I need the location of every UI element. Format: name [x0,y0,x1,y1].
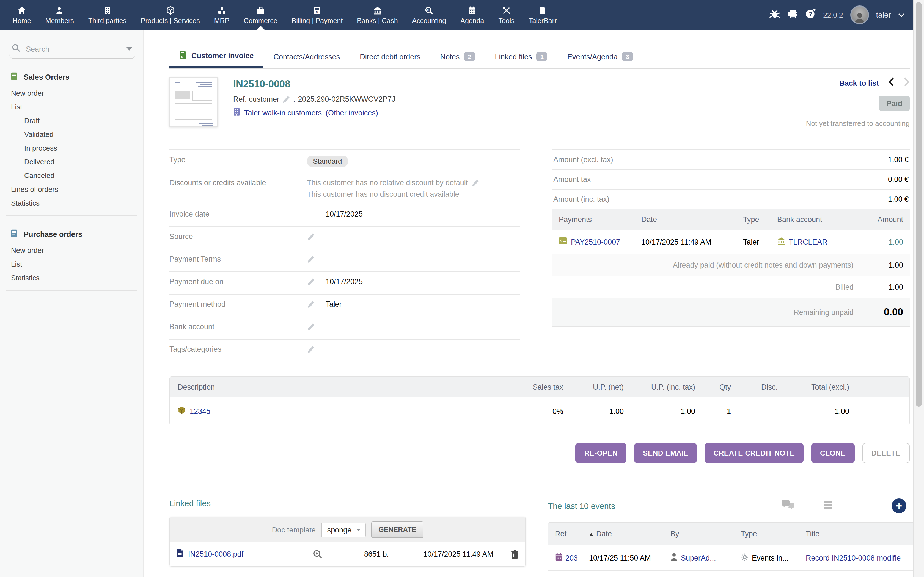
col-header[interactable]: Title [806,530,917,538]
clone-button[interactable]: CLONE [811,443,855,463]
document-thumbnail[interactable] [170,77,218,127]
nav-accounting[interactable]: $ Accounting [405,0,454,30]
bug-report-icon[interactable] [769,9,780,21]
line-up-inc: 1.00 [624,407,695,415]
nav-members[interactable]: Members [38,0,81,30]
edit-pencil-icon[interactable] [282,95,291,103]
tab-linked-files[interactable]: Linked files1 [485,46,557,68]
reopen-button[interactable]: RE-OPEN [575,443,627,463]
file-link[interactable]: IN2510-0008.pdf [188,550,243,558]
sidebar-item-draft[interactable]: Draft [9,114,135,127]
vertical-scrollbar[interactable] [913,0,924,577]
sidebar-item-po-list[interactable]: List [9,257,135,271]
edit-pencil-icon[interactable] [471,179,479,187]
add-event-icon[interactable]: + [892,498,906,513]
other-invoices-link[interactable]: (Other invoices) [326,108,378,117]
tab-customer-invoice[interactable]: $ Customer invoice [170,44,264,68]
tab-events-agenda[interactable]: Events/Agenda3 [557,46,643,68]
svg-text:$: $ [181,55,183,59]
edit-pencil-icon[interactable] [307,300,315,308]
list-view-icon[interactable] [824,500,836,511]
sidebar-item-po-new-order[interactable]: New order [9,243,135,257]
help-icon[interactable]: ? [805,8,816,21]
sidebar-item-canceled[interactable]: Canceled [9,169,135,182]
pdf-file-icon [176,549,184,559]
company-link[interactable]: Taler walk-in customers [244,108,322,117]
nav-banks-cash[interactable]: Banks | Cash [350,0,405,30]
send-email-button[interactable]: SEND EMAIL [634,443,697,463]
event-title-link[interactable]: Record IN2510-0008 modifie [806,554,917,562]
event-row: 203 10/17/25 11:50 AM SuperAd... Events … [548,545,924,571]
search-input[interactable] [25,44,122,53]
nav-third-parties[interactable]: Third parties [81,0,134,30]
col-header: Amount [850,215,903,224]
tab-direct-debit-orders[interactable]: Direct debit orders [350,47,430,68]
sidebar-item-list[interactable]: List [9,100,135,114]
edit-pencil-icon[interactable] [307,232,315,241]
top-menu-bar: Home Members Third parties Products | Se… [0,0,914,30]
nav-commerce[interactable]: Commerce [236,0,284,30]
scrollbar-thumb[interactable] [916,2,922,407]
invoice-icon: $ [313,5,321,15]
nav-agenda[interactable]: Agenda [453,0,491,30]
back-to-list-link[interactable]: Back to list [839,79,879,87]
amount-inc-row: Amount (inc. tax)1.00 € [552,190,910,210]
generate-button[interactable]: GENERATE [371,522,423,538]
create-credit-note-button[interactable]: CREATE CREDIT NOTE [704,443,804,463]
col-header[interactable]: By [670,530,741,538]
edit-pencil-icon[interactable] [307,322,315,331]
sidebar-item-in-process[interactable]: In process [9,141,135,155]
payment-ref-link[interactable]: PAY2510-0007 [571,238,620,246]
tab-notes[interactable]: Notes2 [430,46,485,68]
nav-talerbarr[interactable]: TalerBarr [522,0,564,30]
product-link[interactable]: 12345 [190,407,210,415]
prev-record-icon[interactable] [888,77,894,89]
event-user-link[interactable]: SuperAd... [681,554,716,562]
notes-count-badge: 2 [464,52,475,61]
print-icon[interactable] [787,9,798,21]
messages-icon[interactable] [780,499,795,513]
edit-pencil-icon[interactable] [307,277,315,286]
sidebar-item-delivered[interactable]: Delivered [9,155,135,169]
gear-icon [741,553,748,562]
sidebar-item-lines-of-orders[interactable]: Lines of orders [9,182,135,196]
nav-tools[interactable]: Tools [491,0,522,30]
search-dropdown-caret[interactable] [126,47,132,50]
avatar[interactable] [850,5,869,24]
nav-home[interactable]: Home [5,0,38,30]
events-title: The last 10 events [548,501,615,511]
nav-mrp[interactable]: MRP [207,0,237,30]
edit-pencil-icon[interactable] [307,345,315,353]
delete-button[interactable]: DELETE [862,443,910,463]
chevron-down-icon[interactable] [898,10,905,20]
col-header[interactable]: Ref. [555,530,589,538]
sidebar-item-po-statistics[interactable]: Statistics [9,271,135,285]
type-pill: Standard [307,156,348,167]
nav-products-services[interactable]: Products | Services [134,0,207,30]
next-record-icon[interactable] [904,77,910,89]
amount-value: 0.00 € [888,175,909,184]
doc-template-select[interactable]: sponge [321,522,366,537]
username-label[interactable]: taler [876,10,891,19]
col-header[interactable]: Type [741,530,806,538]
field-row-bank-account: Bank account [170,317,520,340]
amount-tax-row: Amount tax0.00 € [552,170,910,190]
edit-pencil-icon[interactable] [307,255,315,263]
event-ref-link[interactable]: 203 [565,554,578,562]
field-row-source: Source [170,227,520,250]
trash-icon[interactable] [493,550,519,559]
bank-account-link[interactable]: TLRCLEAR [789,238,827,246]
payment-icon: $ [559,237,568,246]
invoice-number: IN2510-0008 [233,79,396,90]
preview-zoom-icon[interactable] [306,550,328,559]
tab-contacts-addresses[interactable]: Contacts/Addresses [264,47,350,68]
field-label: Payment Terms [170,255,307,263]
sidebar-item-new-order[interactable]: New order [9,86,135,100]
nav-billing-payment[interactable]: $ Billing | Payment [284,0,350,30]
sidebar-item-statistics[interactable]: Statistics [9,196,135,210]
col-header-date[interactable]: Date [589,530,670,538]
file-date: 10/17/2025 11:49 AM [389,550,493,558]
remaining-unpaid-label: Remaining unpaid [794,308,854,316]
event-row-partial [548,571,924,577]
sidebar-item-validated[interactable]: Validated [9,127,135,141]
